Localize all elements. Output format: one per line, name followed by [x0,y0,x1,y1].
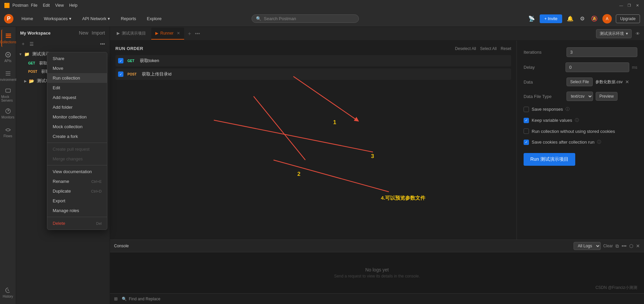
tab-collection[interactable]: ▶ 测试演示项目 [113,28,150,40]
tab-env-bar: ▶ 测试演示项目 ▶ Runner ✕ ＋ ••• 测试演示环境 ▾ 👁 [110,27,644,41]
ctx-share[interactable]: Share [47,54,107,63]
run-without-cookies-label: Run collection without using stored cook… [532,129,615,134]
search-bar[interactable]: 🔍 Search Postman [252,14,359,23]
ctx-separator2 [47,165,107,165]
filter-icon[interactable]: ☰ [29,41,35,47]
data-file-type-select[interactable]: text/csv [567,92,593,101]
more-console-icon[interactable]: ••• [622,243,627,249]
reset-button[interactable]: Reset [501,46,511,51]
close-button[interactable]: ✕ [635,3,640,8]
bell-icon[interactable]: 🔔 [566,15,574,23]
sidebar-item-flows[interactable]: Flows [1,123,15,141]
sidebar-item-monitors[interactable]: Monitors [1,105,15,122]
eye-icon[interactable]: 👁 [636,31,640,36]
close-console-icon[interactable]: ✕ [636,243,640,249]
keep-variable-info-icon[interactable]: ⓘ [575,117,579,123]
ctx-delete[interactable]: Delete Del [47,218,107,228]
menu-file[interactable]: File [31,3,37,8]
menu-edit[interactable]: Edit [43,3,50,8]
all-logs-select[interactable]: All Logs [574,242,601,250]
satellite-icon[interactable]: 📡 [528,15,536,23]
settings-icon[interactable]: ⚙ [578,15,586,23]
run-collection-button[interactable]: Run 测试演示项目 [524,153,575,166]
console-body: No logs yet Send a request to view its d… [110,252,644,293]
nav-reports[interactable]: Reports [117,14,140,23]
preview-button[interactable]: Preview [596,92,618,101]
expand-console-icon[interactable]: ⬡ [629,243,633,249]
find-replace-bar[interactable]: 🔍 Find and Replace [122,297,160,301]
sidebar-item-mock-servers[interactable]: Mock Servers [1,86,15,103]
ctx-duplicate[interactable]: Duplicate Ctrl+D [47,186,107,196]
tab-runner[interactable]: ▶ Runner ✕ [151,28,184,40]
ctx-edit[interactable]: Edit [47,83,107,93]
deselect-all-button[interactable]: Deselect All [455,46,476,51]
env-selector[interactable]: 测试演示环境 ▾ [596,29,632,38]
titlebar-menu: File Edit View Help [31,3,77,8]
ctx-mock-collection[interactable]: Mock collection [47,122,107,132]
runner-request-post[interactable]: ✓ POST 获取上传目录id [115,68,511,80]
runner-request-get[interactable]: ✓ GET 获取token [115,55,511,66]
delay-input[interactable] [566,62,629,72]
collection-folder-icon: 📁 [24,52,30,57]
sidebar-item-collections[interactable]: Collections [1,30,15,47]
invite-button[interactable]: + Invite [540,14,562,23]
menu-view[interactable]: View [55,3,64,8]
iterations-input[interactable] [567,47,637,57]
nav-workspaces[interactable]: Workspaces ▾ [40,14,75,23]
ctx-manage-roles[interactable]: Manage roles [47,206,107,215]
ctx-rename[interactable]: Rename Ctrl+E [47,176,107,186]
add-collection-icon[interactable]: ＋ [20,40,26,48]
save-cookies-row: ✓ Save cookies after collection run ⓘ [524,139,637,145]
upgrade-button[interactable]: Upgrade [616,14,640,23]
avatar[interactable]: A [602,14,612,23]
ctx-add-request[interactable]: Add request [47,93,107,102]
notification-icon[interactable]: 🔕 [590,15,598,23]
minimize-button[interactable]: — [619,3,624,8]
ctx-add-folder[interactable]: Add folder [47,102,107,112]
new-button[interactable]: New [78,30,89,36]
svg-text:2: 2 [298,171,301,177]
ctx-separator [47,143,107,143]
folder-icon: 📂 [29,79,34,84]
chevron-down-icon: ▾ [69,16,71,21]
select-all-button[interactable]: Select All [480,46,496,51]
menu-help[interactable]: Help [69,3,77,8]
copy-icon[interactable]: ⧉ [615,243,619,249]
maximize-button[interactable]: ❐ [627,3,632,8]
ctx-monitor-collection[interactable]: Monitor collection [47,112,107,122]
nav-explore[interactable]: Explore [143,14,166,23]
navbar: P Home Workspaces ▾ API Network ▾ Report… [0,11,644,27]
sidebar-item-history[interactable]: History [1,284,15,301]
ctx-export[interactable]: Export [47,196,107,206]
checkbox-get[interactable]: ✓ [118,58,123,63]
nav-api-network[interactable]: API Network ▾ [78,14,114,23]
chevron-down-icon: ▼ [19,52,22,56]
run-without-cookies-checkbox[interactable] [524,129,529,134]
more-options-icon[interactable]: ••• [99,41,106,47]
add-tab-button[interactable]: ＋ [185,29,194,39]
import-button[interactable]: Import [91,30,106,36]
save-responses-checkbox[interactable] [524,107,529,112]
clear-button[interactable]: Clear [603,244,613,248]
sidebar-item-environments[interactable]: Environments [1,67,15,85]
checkbox-post[interactable]: ✓ [118,71,123,77]
ctx-move[interactable]: Move [47,63,107,73]
tab-more-icon[interactable]: ••• [195,31,200,36]
ctx-view-documentation[interactable]: View documentation [47,167,107,176]
ctx-run-collection[interactable]: Run collection [47,73,107,83]
select-file-button[interactable]: Select File [567,78,593,86]
save-cookies-checkbox[interactable]: ✓ [524,140,529,145]
save-cookies-info-icon[interactable]: ⓘ [597,139,601,145]
nav-home[interactable]: Home [17,14,37,23]
nav-right: 📡 + Invite 🔔 ⚙ 🔕 A Upgrade [528,14,640,23]
keep-variable-checkbox[interactable]: ✓ [524,118,529,123]
ctx-create-fork[interactable]: Create a fork [47,132,107,141]
save-cookies-label: Save cookies after collection run [532,140,594,145]
method-badge-get: GET [27,61,37,65]
remove-file-icon[interactable]: ✕ [625,79,629,85]
save-responses-info-icon[interactable]: ⓘ [566,106,570,112]
tab-close-icon[interactable]: ✕ [177,31,180,36]
layout-icon[interactable]: ⊞ [114,296,118,301]
tab-icon: ▶ [117,31,120,36]
sidebar-item-apis[interactable]: APIs [1,48,15,66]
